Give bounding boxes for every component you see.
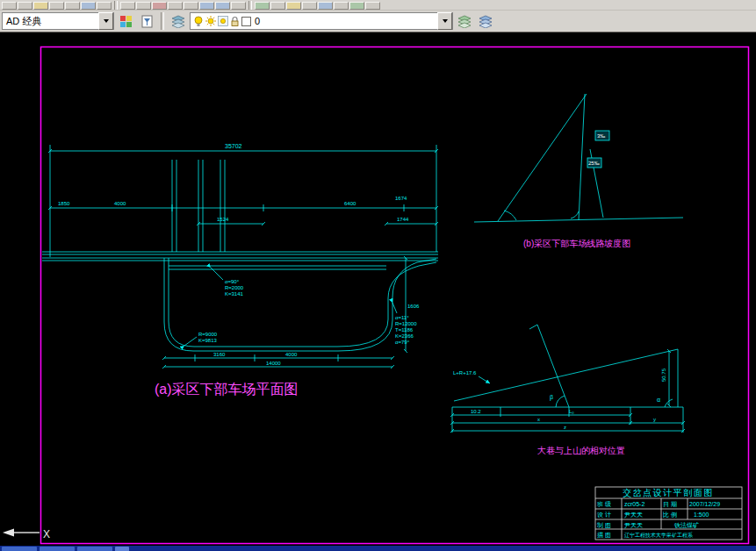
- gradient-mark: 25‰: [588, 161, 600, 166]
- curve-note: K=2366: [395, 333, 414, 339]
- curve-note: T=1186: [395, 327, 414, 333]
- toolbar-icon[interactable]: [152, 2, 167, 10]
- title-block-cell: 2007/12/29: [689, 501, 720, 507]
- layer-name: 0: [251, 16, 437, 26]
- curve-note: K=3141: [225, 291, 244, 297]
- curve-note: α=90°: [225, 279, 240, 284]
- workspace-dropdown-arrow[interactable]: [98, 12, 113, 30]
- curve-note: R=9000: [198, 332, 218, 337]
- layer-properties-icon: [119, 15, 133, 28]
- toolbar-icon[interactable]: [97, 2, 112, 10]
- toolbar-icon[interactable]: [318, 2, 333, 10]
- toolbar-icon[interactable]: [184, 2, 198, 10]
- dim-label: 1744: [397, 217, 409, 222]
- taskbar[interactable]: [0, 546, 756, 551]
- dim-label: 6400: [344, 201, 356, 206]
- gradient-mark: 3‰: [597, 133, 605, 139]
- chevron-down-icon: [443, 19, 448, 23]
- plan-view-drawing: 35702 1850 4000 6400 1674 1524 1744 1606: [42, 143, 438, 397]
- layer-dropdown[interactable]: 0: [190, 12, 453, 30]
- title-block-cell: 1:500: [694, 512, 709, 518]
- toolbar-icon[interactable]: [270, 2, 285, 10]
- title-block-cell: 设 计: [597, 512, 611, 518]
- dim-label: 1674: [395, 196, 407, 201]
- layer-state-icons: [191, 16, 251, 27]
- layer-properties-button[interactable]: [116, 12, 135, 31]
- title-block-cell: zcr05-2: [624, 501, 644, 507]
- title-block-cell: 尹天天: [624, 512, 643, 519]
- layer-states-icon: [457, 15, 472, 28]
- layer-states-manager-button[interactable]: [455, 12, 474, 31]
- layer-filter-icon: [140, 15, 154, 28]
- toolbar-icon[interactable]: [33, 2, 48, 10]
- toolbar-row-top: [0, 0, 756, 11]
- toolbar-icon[interactable]: [255, 2, 270, 10]
- ucs-icon: X: [3, 528, 50, 540]
- angle-label: β: [550, 394, 553, 401]
- drawing-frame: [41, 47, 749, 544]
- sun-icon: [205, 16, 216, 26]
- viewport-sun-icon: [218, 16, 228, 26]
- toolbar-icon[interactable]: [120, 2, 135, 10]
- angle-label: α: [657, 397, 660, 403]
- dim-label: 1524: [217, 217, 229, 222]
- workspace-dropdown[interactable]: AD 经典: [2, 12, 114, 30]
- curve-note: R=2000: [225, 285, 244, 290]
- slope-diagram-title: (b)采区下部车场线路坡度图: [523, 239, 630, 248]
- title-block-cell: 比 例: [663, 512, 677, 519]
- toolbar-separator: [248, 1, 252, 10]
- lightbulb-icon: [193, 16, 204, 27]
- taskbar-window-button[interactable]: [2, 547, 37, 551]
- toolbar-icon[interactable]: [81, 2, 96, 10]
- toolbar-icon[interactable]: [334, 2, 349, 10]
- cad-drawing: 35702 1850 4000 6400 1674 1524 1744 1606: [0, 32, 756, 546]
- toolbar-icon[interactable]: [215, 2, 230, 10]
- title-block-cell: 制 图: [596, 522, 611, 529]
- toolbar-icon[interactable]: [199, 2, 214, 10]
- layer-dropdown-arrow[interactable]: [437, 12, 452, 30]
- title-block-cell: 辽宁工程技术大学采矿工程系: [624, 532, 693, 538]
- dim-label: 1850: [58, 201, 70, 206]
- toolbar-icon[interactable]: [365, 2, 380, 10]
- taskbar-window-button[interactable]: [115, 547, 129, 551]
- title-block-cell: 尹天天: [624, 522, 643, 529]
- dim-label: z: [564, 425, 566, 430]
- lock-icon: [230, 16, 240, 27]
- plan-view-title: (a)采区下部车场平面图: [155, 382, 299, 397]
- title-block: 交岔点设计平剖面图 班 级 zcr05-2 日 期 2007/12/29 设 计…: [595, 487, 742, 540]
- toolbar-icon[interactable]: [18, 2, 32, 10]
- model-space-canvas[interactable]: 35702 1850 4000 6400 1674 1524 1744 1606: [0, 32, 756, 546]
- toolbar-icon[interactable]: [349, 2, 364, 10]
- toolbar-icon[interactable]: [2, 2, 17, 10]
- toolbar-icon[interactable]: [231, 2, 246, 10]
- layer-previous-button[interactable]: [476, 12, 495, 31]
- toolbar-icon[interactable]: [302, 2, 317, 10]
- toolbar-icon[interactable]: [286, 2, 301, 10]
- dim-label: L₀: [569, 409, 574, 414]
- title-block-cell: 铁法煤矿: [673, 522, 699, 529]
- title-block-cell: 描 图: [597, 532, 611, 539]
- curve-note: α=79°: [395, 340, 410, 345]
- dim-label: 10.2: [471, 409, 481, 414]
- dim-label: 1606: [407, 304, 420, 309]
- toolbar-row-layers: AD 经典: [0, 11, 756, 32]
- toolbar-icon[interactable]: [49, 2, 64, 10]
- toolbar-icon[interactable]: [168, 2, 183, 10]
- toolbar-icon[interactable]: [136, 2, 151, 10]
- relative-position-diagram: 50.75 β α L+R+17.6 10.2 L₀ x y z 大巷与上山的相…: [452, 325, 683, 455]
- dim-label: 3160: [213, 352, 226, 357]
- layer-filter-button[interactable]: [137, 12, 156, 31]
- ucs-x-label: X: [43, 528, 50, 540]
- title-block-cell: 班 级: [597, 501, 611, 507]
- dim-label: x: [537, 417, 540, 422]
- curve-note: R=12000: [395, 321, 417, 326]
- taskbar-window-button[interactable]: [40, 547, 75, 551]
- toolbar-icon[interactable]: [65, 2, 80, 10]
- taskbar-window-button[interactable]: [77, 547, 112, 551]
- toolbar-separator: [161, 12, 164, 30]
- dim-label: 35702: [225, 143, 242, 149]
- curve-note: α=11°: [395, 315, 409, 320]
- layers-button[interactable]: [169, 12, 188, 31]
- dim-label: 4000: [285, 352, 298, 357]
- layers-stack-icon: [171, 15, 185, 28]
